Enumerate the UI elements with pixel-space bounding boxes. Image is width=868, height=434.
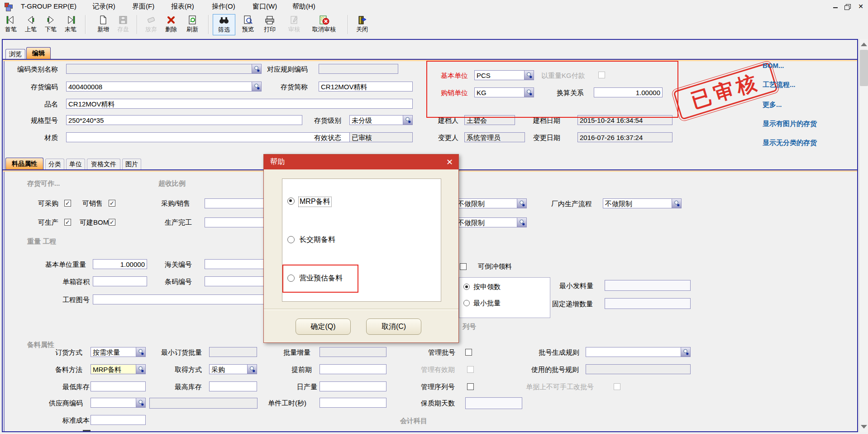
toolbar-cancel-audit[interactable]: 取消审核 <box>305 14 343 35</box>
inventory-level-field[interactable]: 未分级 <box>349 115 413 125</box>
drawing-no-field[interactable] <box>93 294 290 304</box>
long-leadtime-label[interactable]: 长交期备料 <box>299 235 335 245</box>
mrp-reserve-radio[interactable] <box>287 198 295 205</box>
tab-browse[interactable]: 浏览 <box>5 49 25 59</box>
min-batch-radio[interactable] <box>463 300 470 306</box>
scroll-down-icon[interactable] <box>861 425 867 429</box>
base-weight-field[interactable]: 1.00000 <box>93 259 147 269</box>
modify-date-field: 2016-07-26 16:37:24 <box>577 132 672 142</box>
lookup-icon[interactable] <box>252 82 261 91</box>
no-limit-field-2[interactable]: 不做限制 <box>455 217 527 227</box>
toolbar-first-record[interactable]: 首笔 <box>1 14 21 35</box>
purchasable-checkbox[interactable] <box>64 200 71 207</box>
sellable-checkbox[interactable] <box>109 200 115 207</box>
menu-app[interactable]: T-GROUP ERP(E) <box>21 2 76 10</box>
restore-button[interactable] <box>843 3 852 11</box>
link-show-unclassified[interactable]: 显示无分类的存货 <box>763 139 817 147</box>
fixed-increment-field[interactable] <box>605 298 691 309</box>
toolbar-next-record[interactable]: 下笔 <box>41 14 61 35</box>
toolbar-prev-record[interactable]: 上笔 <box>21 14 41 35</box>
long-leadtime-radio[interactable] <box>287 236 295 243</box>
std-cost-field[interactable] <box>91 415 146 425</box>
subtab-qualification[interactable]: 资格文件 <box>87 159 120 169</box>
can-bom-label: 可建BOM <box>80 218 109 227</box>
box-volume-field[interactable] <box>93 276 147 286</box>
manage-serial-checkbox[interactable] <box>467 383 474 390</box>
vertical-scrollbar[interactable] <box>859 39 868 432</box>
scrollbar-thumb[interactable] <box>860 50 868 86</box>
daily-output-field[interactable] <box>320 381 386 391</box>
toolbar-close[interactable]: 关闭 <box>352 14 372 35</box>
menu-window[interactable]: 窗口(W) <box>253 2 277 11</box>
section-reserve: 备料属性 <box>27 341 54 349</box>
lookup-icon[interactable] <box>136 347 145 357</box>
lookup-icon[interactable] <box>247 365 257 374</box>
menu-interface[interactable]: 界面(F) <box>132 2 154 11</box>
lookup-icon[interactable] <box>672 199 681 208</box>
no-limit-field-1[interactable]: 不做限制 <box>455 198 527 208</box>
link-more[interactable]: 更多... <box>763 101 782 109</box>
subtab-item-attrs[interactable]: 料品属性 <box>5 158 43 169</box>
dialog-close-icon[interactable]: ✕ <box>446 157 453 167</box>
menu-help[interactable]: 帮助(H) <box>292 2 315 11</box>
lookup-icon[interactable] <box>681 347 690 357</box>
close-window-button[interactable]: ✕ <box>856 3 865 11</box>
batch-rule-field[interactable] <box>586 347 691 357</box>
box-volume-label: 单箱容积 <box>62 278 90 286</box>
dialog-cancel-button[interactable]: 取消(C) <box>366 318 421 335</box>
factory-flow-field[interactable]: 不做限制 <box>603 198 682 208</box>
dialog-ok-button[interactable]: 确定(Q) <box>296 318 351 335</box>
lead-time-field[interactable] <box>320 364 386 374</box>
subtab-image[interactable]: 图片 <box>122 159 141 169</box>
by-request-radio[interactable] <box>463 284 470 290</box>
backflush-checkbox[interactable] <box>460 263 467 270</box>
toolbar-refresh[interactable]: 刷新 <box>182 14 203 35</box>
toolbar-filter[interactable]: 筛选 <box>213 14 235 35</box>
lookup-icon[interactable] <box>136 365 145 374</box>
tab-edit[interactable]: 编辑 <box>26 47 51 59</box>
subtab-unit[interactable]: 单位 <box>66 159 85 169</box>
max-stock-field[interactable] <box>209 381 257 391</box>
can-bom-checkbox[interactable] <box>109 219 115 226</box>
producible-checkbox[interactable] <box>64 219 71 226</box>
rule-code-field[interactable] <box>319 64 398 74</box>
code-category-field[interactable] <box>66 64 262 74</box>
min-issue-field[interactable] <box>605 280 691 291</box>
subtab-category[interactable]: 分类 <box>45 159 64 169</box>
scroll-up-icon[interactable] <box>861 43 867 46</box>
lookup-icon[interactable] <box>403 116 412 125</box>
toolbar-preview[interactable]: 预览 <box>238 14 258 35</box>
section-usable: 存货可作... <box>27 179 60 188</box>
menu-report[interactable]: 报表(R) <box>171 2 194 11</box>
min-stock-field[interactable] <box>91 381 146 391</box>
minimize-button[interactable] <box>831 3 840 11</box>
toolbar-delete[interactable]: 删除 <box>161 14 181 35</box>
menu-operation[interactable]: 操作(O) <box>212 2 235 11</box>
spec-model-field[interactable]: 250*240*35 <box>66 115 302 125</box>
reserve-method-field[interactable]: MRP备料 <box>91 364 146 374</box>
product-name-field[interactable]: CR12MOV精料 <box>66 99 413 109</box>
link-process-flow[interactable]: 工艺流程... <box>763 81 796 89</box>
manage-validity-label: 管理有效期 <box>421 366 455 374</box>
lookup-icon[interactable] <box>517 218 526 227</box>
shelf-days-field[interactable] <box>465 397 522 409</box>
lookup-icon[interactable] <box>252 64 261 73</box>
supplier-code-field[interactable] <box>91 398 146 408</box>
menu-record[interactable]: 记录(R) <box>92 2 115 11</box>
help-dialog-titlebar[interactable]: 帮助 <box>264 154 458 169</box>
link-bom[interactable]: BOM... <box>763 62 784 69</box>
item-code-field[interactable]: 400400008 <box>66 82 262 92</box>
modifier-label: 变更人 <box>438 134 458 142</box>
lookup-icon[interactable] <box>136 398 145 407</box>
order-mode-field[interactable]: 按需求量 <box>91 347 146 357</box>
unit-hours-field[interactable] <box>320 398 386 408</box>
acquire-mode-field[interactable]: 采购 <box>209 364 257 374</box>
mrp-reserve-label[interactable]: MRP备料 <box>298 197 332 207</box>
lookup-icon[interactable] <box>517 199 526 208</box>
toolbar-last-record[interactable]: 末笔 <box>61 14 81 35</box>
toolbar-print[interactable]: 打印 <box>260 14 280 35</box>
manage-batch-checkbox[interactable] <box>465 349 472 356</box>
toolbar-new[interactable]: 新增 <box>93 14 113 35</box>
link-show-with-image[interactable]: 显示有图片的存货 <box>763 120 817 128</box>
item-abbr-field[interactable]: CR12MOV精料 <box>319 82 413 92</box>
